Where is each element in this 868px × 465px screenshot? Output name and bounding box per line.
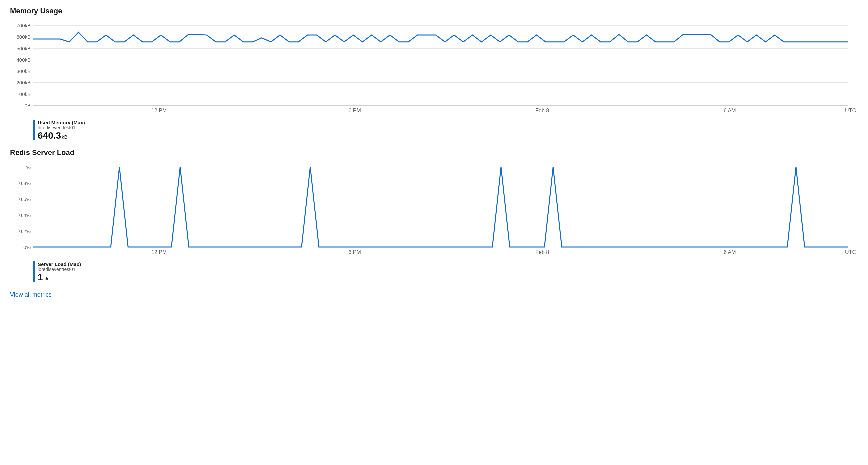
- y-axis-label: 1%: [16, 164, 31, 170]
- y-axis-label: 200kB: [16, 80, 31, 85]
- y-axis-label: 0.4%: [16, 212, 31, 218]
- y-axis-label: 500kB: [16, 45, 31, 51]
- legend-metric-name: Used Memory (Max): [38, 120, 85, 125]
- y-axis-label: 0.2%: [16, 228, 31, 234]
- y-axis-label: 300kB: [16, 68, 31, 74]
- y-axis-label: 100kB: [16, 91, 31, 97]
- legend-value: 640.3kB: [38, 131, 85, 140]
- legend-resource-name: lbrediseventtest01: [38, 125, 85, 130]
- legend-value: 1%: [38, 273, 81, 282]
- y-axis-label: 400kB: [16, 57, 31, 62]
- x-axis-label: Feb 8: [535, 249, 549, 255]
- chart-timezone-label: UTC: [845, 108, 856, 114]
- x-axis-label: 6 PM: [348, 108, 361, 114]
- chart-title: Memory Usage: [10, 7, 858, 16]
- view-all-metrics-link[interactable]: View all metrics: [10, 291, 52, 298]
- x-axis-label: 6 AM: [724, 108, 736, 114]
- chart-x-axis: UTC 12 PM6 PMFeb 86 AM: [33, 105, 848, 115]
- legend-color-bar: [33, 120, 35, 140]
- y-axis-label: 0.8%: [16, 180, 31, 186]
- x-axis-label: 6 AM: [724, 249, 736, 255]
- y-axis-label: 700kB: [16, 23, 31, 28]
- legend-color-bar: [33, 261, 35, 282]
- chart-plot[interactable]: 0%0.2%0.4%0.6%0.8%1%: [33, 167, 848, 247]
- legend-resource-name: lbrediseventtest01: [38, 267, 81, 272]
- x-axis-label: 12 PM: [151, 249, 167, 255]
- y-axis-label: 0.6%: [16, 196, 31, 202]
- x-axis-label: Feb 8: [535, 108, 549, 114]
- chart-legend[interactable]: Server Load (Max) lbrediseventtest01 1%: [33, 261, 858, 282]
- y-axis-label: 0B: [16, 103, 31, 108]
- chart-title: Redis Server Load: [10, 148, 858, 157]
- x-axis-label: 6 PM: [348, 249, 361, 255]
- chart-timezone-label: UTC: [845, 249, 856, 255]
- chart-x-axis: UTC 12 PM6 PMFeb 86 AM: [33, 247, 848, 257]
- y-axis-label: 600kB: [16, 34, 31, 40]
- chart-legend[interactable]: Used Memory (Max) lbrediseventtest01 640…: [33, 120, 858, 140]
- chart-plot[interactable]: 0B100kB200kB300kB400kB500kB600kB700kB: [33, 25, 848, 105]
- chart-memory-usage: Memory Usage 0B100kB200kB300kB400kB500kB…: [10, 7, 858, 140]
- legend-metric-name: Server Load (Max): [38, 261, 81, 267]
- chart-redis-server-load: Redis Server Load 0%0.2%0.4%0.6%0.8%1% U…: [10, 148, 858, 282]
- x-axis-label: 12 PM: [151, 108, 167, 114]
- y-axis-label: 0%: [16, 244, 31, 250]
